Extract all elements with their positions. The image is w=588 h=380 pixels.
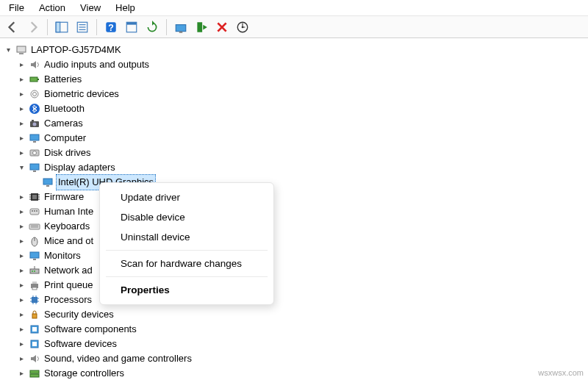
tree-node-label[interactable]: Security devices xyxy=(44,307,114,322)
update-driver-button[interactable] xyxy=(171,18,190,36)
tree-node-label[interactable]: Software components xyxy=(44,322,137,337)
context-menu-item[interactable]: Disable device xyxy=(100,207,273,227)
tree-node-label[interactable]: Firmware xyxy=(44,190,84,204)
tree-node-label[interactable]: Batteries xyxy=(44,72,82,87)
tree-node-disk-6[interactable]: ▸Disk drives xyxy=(3,146,588,160)
chevron-right-icon[interactable]: ▸ xyxy=(16,104,26,114)
tree-node-biometric-2[interactable]: ▸Biometric devices xyxy=(3,87,588,101)
software-icon xyxy=(28,323,41,336)
tree-node-security-16[interactable]: ▸Security devices xyxy=(3,307,588,322)
menu-file[interactable]: File xyxy=(1,1,32,15)
tree-node-label[interactable]: Keyboards xyxy=(44,219,90,234)
tree-node-label[interactable]: Human Inte xyxy=(44,204,93,219)
tree-node-keyboard-10[interactable]: ▸Keyboards xyxy=(3,219,588,234)
properties-button[interactable] xyxy=(122,18,141,36)
context-menu-item[interactable]: Update driver xyxy=(100,187,273,207)
chevron-down-icon[interactable]: ▾ xyxy=(16,162,26,173)
svg-rect-43 xyxy=(34,210,35,212)
chevron-right-icon[interactable]: ▸ xyxy=(16,133,26,143)
svg-point-54 xyxy=(34,270,35,272)
forward-button[interactable] xyxy=(24,18,43,36)
tree-node-label[interactable]: Display adapters xyxy=(44,160,115,175)
tree-node-monitor-5[interactable]: ▸Computer xyxy=(3,131,588,146)
tree-node-camera-4[interactable]: ▸Cameras xyxy=(3,116,588,131)
export-list-button[interactable] xyxy=(73,18,92,36)
chevron-right-icon[interactable]: ▸ xyxy=(16,368,26,379)
chevron-right-icon[interactable]: ▸ xyxy=(16,221,26,232)
toolbar-separator xyxy=(166,19,167,35)
chevron-right-icon[interactable]: ▸ xyxy=(16,207,26,217)
uninstall-device-button[interactable] xyxy=(192,18,211,36)
tree-node-label[interactable]: Cameras xyxy=(44,116,83,131)
svg-rect-44 xyxy=(36,210,37,212)
chevron-right-icon[interactable]: ▸ xyxy=(16,280,26,290)
svg-rect-26 xyxy=(33,141,36,143)
tree-node-software-17[interactable]: ▸Software components xyxy=(3,322,588,337)
tree-node-network-13[interactable]: ▸Network ad xyxy=(3,263,588,278)
tree-root[interactable]: ▾LAPTOP-GJ57D4MK xyxy=(3,43,588,57)
tree-node-label[interactable]: Bluetooth xyxy=(44,101,85,116)
chevron-right-icon[interactable]: ▸ xyxy=(16,251,26,261)
tree-node-firmware-8[interactable]: ▸Firmware xyxy=(3,190,588,204)
tree-node-hid-9[interactable]: ▸Human Inte xyxy=(3,204,588,219)
context-menu-item[interactable]: Uninstall device xyxy=(100,227,273,247)
svg-point-28 xyxy=(33,151,37,155)
back-button[interactable] xyxy=(3,18,22,36)
tree-node-printer-14[interactable]: ▸Print queue xyxy=(3,278,588,293)
tree-node-label[interactable]: Disk drives xyxy=(44,146,91,160)
scan-hardware-button[interactable] xyxy=(233,18,252,36)
tree-node-storage-20[interactable]: ▸Storage controllers xyxy=(3,366,588,380)
menu-help[interactable]: Help xyxy=(108,1,143,15)
chevron-down-icon[interactable]: ▾ xyxy=(3,45,13,55)
chevron-right-icon[interactable]: ▸ xyxy=(16,74,26,85)
tree-node-monitor-12[interactable]: ▸Monitors xyxy=(3,248,588,263)
chevron-right-icon[interactable]: ▸ xyxy=(16,236,26,246)
tree-node-label[interactable]: Computer xyxy=(44,131,86,146)
tree-node-label[interactable]: Processors xyxy=(44,293,92,307)
chevron-right-icon[interactable]: ▸ xyxy=(16,324,26,334)
delete-icon xyxy=(215,21,229,34)
context-menu-item[interactable]: Scan for hardware changes xyxy=(100,254,273,273)
svg-point-53 xyxy=(32,270,33,272)
help-button[interactable]: ? xyxy=(101,18,121,36)
tree-node-mouse-11[interactable]: ▸Mice and ot xyxy=(3,234,588,248)
chevron-right-icon[interactable]: ▸ xyxy=(16,309,26,320)
tree-node-label[interactable]: Audio inputs and outputs xyxy=(44,57,149,72)
tree-node-label[interactable]: Mice and ot xyxy=(44,234,93,248)
tree-node-label[interactable]: Network ad xyxy=(44,263,93,278)
tree-node-label[interactable]: Storage controllers xyxy=(44,366,124,380)
tree-node-monitor-7[interactable]: ▾Display adapters xyxy=(3,160,588,175)
svg-rect-73 xyxy=(30,370,39,373)
tree-node-software-18[interactable]: ▸Software devices xyxy=(3,337,588,351)
chevron-right-icon[interactable]: ▸ xyxy=(16,89,26,99)
tree-node-label[interactable]: Software devices xyxy=(44,337,117,351)
tree-node-battery-1[interactable]: ▸Batteries xyxy=(3,72,588,87)
tree-node-cpu-15[interactable]: ▸Processors xyxy=(3,293,588,307)
svg-rect-31 xyxy=(43,179,52,184)
chevron-right-icon[interactable]: ▸ xyxy=(16,118,26,129)
tree-node-label[interactable]: Monitors xyxy=(44,248,81,263)
tree-node-label[interactable]: Biometric devices xyxy=(44,87,119,101)
tree-node-bluetooth-3[interactable]: ▸Bluetooth xyxy=(3,101,588,116)
remove-button[interactable] xyxy=(212,18,232,36)
chevron-right-icon[interactable]: ▸ xyxy=(16,339,26,349)
tree-node-label[interactable]: Print queue xyxy=(44,278,93,293)
device-tree: ▾LAPTOP-GJ57D4MK▸Audio inputs and output… xyxy=(0,38,588,380)
tree-node-label[interactable]: Sound, video and game controllers xyxy=(44,351,192,366)
show-hide-tree-button[interactable] xyxy=(52,18,71,36)
chevron-right-icon[interactable]: ▸ xyxy=(16,192,26,202)
context-menu-item[interactable]: Properties xyxy=(100,280,273,300)
refresh-button[interactable] xyxy=(143,18,162,36)
menu-view[interactable]: View xyxy=(73,1,108,15)
tree-node-audio-0[interactable]: ▸Audio inputs and outputs xyxy=(3,57,588,72)
chevron-right-icon[interactable]: ▸ xyxy=(16,265,26,276)
chevron-right-icon[interactable]: ▸ xyxy=(16,148,26,158)
context-menu: Update driverDisable deviceUninstall dev… xyxy=(99,182,274,305)
chevron-right-icon[interactable]: ▸ xyxy=(16,295,26,305)
chevron-right-icon[interactable]: ▸ xyxy=(16,354,26,364)
tree-leaf-monitor[interactable]: Intel(R) UHD Graphics xyxy=(3,175,588,190)
chevron-right-icon[interactable]: ▸ xyxy=(16,60,26,70)
tree-node-label[interactable]: LAPTOP-GJ57D4MK xyxy=(31,43,121,57)
menu-action[interactable]: Action xyxy=(32,1,73,15)
tree-node-audio-19[interactable]: ▸Sound, video and game controllers xyxy=(3,351,588,366)
